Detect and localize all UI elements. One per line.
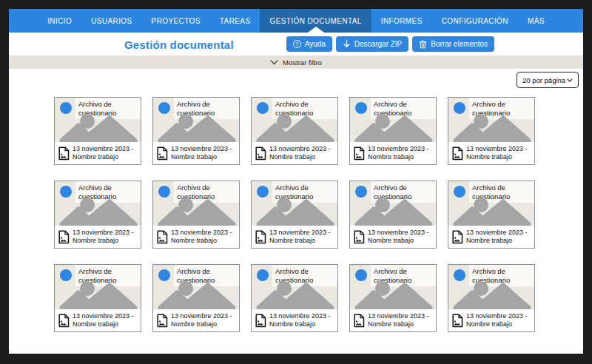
per-page-select[interactable]: 20 por página — [517, 72, 579, 88]
card-caption: 13 noviembre 2023 - Nombre trabajo — [368, 145, 433, 162]
card-footer: 13 noviembre 2023 - Nombre trabajo — [350, 226, 436, 248]
file-image-icon — [58, 230, 70, 244]
card-footer: 13 noviembre 2023 - Nombre trabajo — [448, 226, 534, 248]
document-card[interactable]: Archivo de cuestionario 13 n — [152, 181, 240, 249]
file-image-icon — [255, 230, 266, 244]
image-placeholder-icon — [155, 280, 238, 311]
card-caption: 13 noviembre 2023 - Nombre trabajo — [269, 145, 334, 162]
document-card[interactable]: Archivo de cuestionario 13 n — [448, 181, 535, 249]
card-footer: 13 noviembre 2023 - Nombre trabajo — [252, 142, 337, 164]
blue-circle-icon — [158, 186, 170, 198]
blue-circle-icon — [60, 269, 72, 281]
document-card[interactable]: Archivo de cuestionario 13 n — [251, 264, 338, 332]
document-card[interactable]: Archivo de cuestionario 13 n — [54, 181, 141, 249]
blue-circle-icon — [257, 186, 269, 198]
image-placeholder-icon — [352, 197, 434, 227]
card-footer: 13 noviembre 2023 - Nombre trabajo — [55, 226, 141, 248]
help-button-label: Ayuda — [305, 40, 326, 48]
nav-item-gestion-documental[interactable]: GESTIÓN DOCUMENTAL — [260, 9, 371, 33]
image-placeholder-icon — [56, 280, 139, 311]
card-caption: 13 noviembre 2023 - Nombre trabajo — [269, 229, 334, 246]
document-card[interactable]: Archivo de cuestionario 13 n — [251, 181, 338, 249]
blue-circle-icon — [60, 102, 72, 114]
nav-item-label: GESTIÓN DOCUMENTAL — [269, 17, 361, 25]
blue-circle-icon — [454, 186, 465, 198]
card-caption: 13 noviembre 2023 - Nombre trabajo — [368, 229, 433, 246]
help-circle-icon — [293, 40, 301, 48]
document-card[interactable]: Archivo de cuestionario 13 n — [54, 264, 141, 332]
nav-item-tareas[interactable]: TAREAS — [210, 9, 260, 33]
chevron-down-icon — [270, 60, 278, 65]
card-caption: 13 noviembre 2023 - Nombre trabajo — [171, 312, 236, 329]
card-footer: 13 noviembre 2023 - Nombre trabajo — [350, 309, 436, 331]
file-image-icon — [255, 314, 266, 328]
blue-circle-icon — [355, 186, 367, 198]
show-filter-label: Mostrar filtro — [283, 58, 322, 67]
blue-circle-icon — [158, 102, 170, 114]
card-caption: 13 noviembre 2023 - Nombre trabajo — [73, 312, 138, 329]
card-caption: 13 noviembre 2023 - Nombre trabajo — [171, 145, 236, 162]
card-grid: Archivo de cuestionario 13 n — [54, 97, 535, 332]
image-placeholder-icon — [253, 280, 336, 311]
document-card[interactable]: Archivo de cuestionario 13 n — [448, 264, 535, 332]
file-image-icon — [156, 230, 168, 244]
header-actions: Ayuda Descargar ZIP Borrar elementos — [286, 36, 494, 52]
card-caption: 13 noviembre 2023 - Nombre trabajo — [73, 229, 138, 246]
nav-item-informes[interactable]: INFORMES — [371, 9, 432, 33]
card-footer: 13 noviembre 2023 - Nombre trabajo — [153, 309, 239, 331]
document-card[interactable]: Archivo de cuestionario 13 n — [54, 97, 141, 165]
download-zip-button[interactable]: Descargar ZIP — [336, 36, 408, 52]
document-card[interactable]: Archivo de cuestionario 13 n — [349, 181, 437, 249]
nav-item-mas[interactable]: MÁS — [518, 9, 554, 33]
card-caption: 13 noviembre 2023 - Nombre trabajo — [466, 229, 531, 246]
image-placeholder-icon — [56, 113, 139, 144]
card-footer: 13 noviembre 2023 - Nombre trabajo — [448, 142, 534, 164]
card-caption: 13 noviembre 2023 - Nombre trabajo — [368, 312, 433, 329]
nav-item-usuarios[interactable]: USUARIOS — [81, 9, 141, 33]
active-tab-notch-icon — [308, 27, 324, 33]
download-arrow-icon — [343, 40, 351, 49]
document-card[interactable]: Archivo de cuestionario 13 n — [152, 97, 240, 165]
blue-circle-icon — [257, 102, 269, 114]
image-placeholder-icon — [352, 113, 434, 144]
image-placeholder-icon — [56, 197, 139, 227]
card-caption: 13 noviembre 2023 - Nombre trabajo — [269, 312, 334, 329]
document-card[interactable]: Archivo de cuestionario 13 n — [349, 264, 437, 332]
file-image-icon — [58, 314, 70, 328]
document-card[interactable]: Archivo de cuestionario 13 n — [251, 97, 338, 165]
blue-circle-icon — [454, 102, 465, 114]
file-image-icon — [353, 314, 365, 328]
card-footer: 13 noviembre 2023 - Nombre trabajo — [350, 142, 436, 164]
card-footer: 13 noviembre 2023 - Nombre trabajo — [252, 226, 337, 248]
card-footer: 13 noviembre 2023 - Nombre trabajo — [55, 142, 141, 164]
show-filter-toggle[interactable]: Mostrar filtro — [9, 55, 583, 69]
blue-circle-icon — [60, 186, 72, 198]
file-image-icon — [353, 146, 365, 161]
blue-circle-icon — [355, 102, 367, 114]
help-button[interactable]: Ayuda — [286, 36, 332, 52]
card-footer: 13 noviembre 2023 - Nombre trabajo — [153, 226, 239, 248]
file-image-icon — [451, 230, 463, 244]
file-image-icon — [156, 146, 168, 161]
card-footer: 13 noviembre 2023 - Nombre trabajo — [153, 142, 239, 164]
blue-circle-icon — [355, 269, 367, 281]
top-navbar: INICIO USUARIOS PROYECTOS TAREAS GESTIÓN… — [9, 9, 583, 33]
image-placeholder-icon — [253, 113, 336, 144]
image-placeholder-icon — [155, 113, 238, 144]
nav-item-inicio[interactable]: INICIO — [38, 9, 81, 33]
document-card[interactable]: Archivo de cuestionario 13 n — [448, 97, 535, 165]
blue-circle-icon — [257, 269, 269, 281]
nav-item-proyectos[interactable]: PROYECTOS — [142, 9, 210, 33]
nav-item-configuracion[interactable]: CONFIGURACIÓN — [432, 9, 518, 33]
delete-items-button[interactable]: Borrar elementos — [412, 36, 494, 52]
document-card[interactable]: Archivo de cuestionario 13 n — [152, 264, 240, 332]
document-card[interactable]: Archivo de cuestionario 13 n — [349, 97, 437, 165]
file-image-icon — [58, 146, 70, 161]
card-caption: 13 noviembre 2023 - Nombre trabajo — [73, 145, 138, 162]
image-placeholder-icon — [450, 113, 533, 144]
image-placeholder-icon — [253, 197, 336, 227]
image-placeholder-icon — [450, 280, 533, 311]
card-footer: 13 noviembre 2023 - Nombre trabajo — [55, 309, 141, 331]
image-placeholder-icon — [352, 280, 434, 311]
card-footer: 13 noviembre 2023 - Nombre trabajo — [448, 309, 534, 331]
